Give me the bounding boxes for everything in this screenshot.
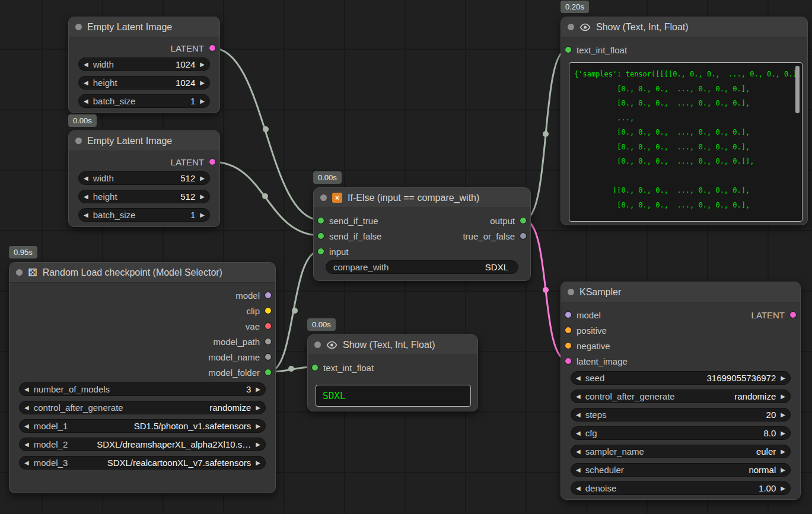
node-title-bar[interactable]: × If-Else (input == compare_with)	[314, 188, 530, 208]
arrow-right-icon[interactable]: ▶	[781, 412, 785, 418]
widget-model-2[interactable]: ◀ model_2 SDXL/dreamshaperXL_alpha2Xl10.…	[19, 438, 266, 451]
latent-output-dot[interactable]	[790, 312, 796, 318]
arrow-right-icon[interactable]: ▶	[200, 80, 205, 86]
arrow-right-icon[interactable]: ▶	[256, 387, 260, 392]
arrow-left-icon[interactable]: ◀	[576, 394, 581, 400]
widget-width[interactable]: ◀ width 1024 ▶	[78, 58, 210, 71]
arrow-right-icon[interactable]: ▶	[781, 486, 785, 491]
widget-batch-size[interactable]: ◀ batch_size 1 ▶	[78, 208, 210, 222]
widget-denoise[interactable]: ◀ denoise 1.00 ▶	[571, 481, 791, 495]
arrow-right-icon[interactable]: ▶	[200, 98, 205, 104]
widget-number-of-models[interactable]: ◀ number_of_models 3 ▶	[19, 382, 266, 396]
negative-input-dot[interactable]	[565, 343, 571, 349]
show-text-area[interactable]: {'samples': tensor([[[[0., 0., 0., ..., …	[569, 62, 803, 222]
text-int-float-input-dot[interactable]	[312, 365, 318, 371]
widget-width[interactable]: ◀ width 512 ▶	[78, 171, 210, 185]
node-title-bar[interactable]: KSampler	[561, 282, 800, 302]
arrow-left-icon[interactable]: ◀	[24, 423, 29, 429]
collapse-dot[interactable]	[320, 194, 327, 201]
arrow-left-icon[interactable]: ◀	[84, 80, 88, 86]
arrow-left-icon[interactable]: ◀	[24, 460, 29, 466]
node-title-bar[interactable]: Empty Latent Image	[69, 131, 219, 151]
arrow-right-icon[interactable]: ▶	[781, 394, 785, 400]
input-input-dot[interactable]	[318, 248, 324, 254]
model-name-output-dot[interactable]	[265, 354, 271, 360]
arrow-left-icon[interactable]: ◀	[84, 212, 88, 218]
arrow-right-icon[interactable]: ▶	[781, 375, 785, 381]
arrow-left-icon[interactable]: ◀	[576, 486, 581, 491]
arrow-right-icon[interactable]: ▶	[256, 442, 260, 448]
widget-batch-size[interactable]: ◀ batch_size 1 ▶	[78, 94, 210, 108]
scrollbar-thumb[interactable]	[795, 66, 800, 113]
node-title-bar[interactable]: ⚄ Random Load checkpoint (Model Selector…	[9, 263, 275, 283]
arrow-right-icon[interactable]: ▶	[200, 212, 205, 218]
arrow-left-icon[interactable]: ◀	[84, 175, 88, 181]
arrow-right-icon[interactable]: ▶	[200, 175, 205, 181]
node-show-text-large[interactable]: Show (Text, Int, Float) text_int_float {…	[561, 17, 808, 225]
arrow-left-icon[interactable]: ◀	[576, 375, 581, 381]
arrow-left-icon[interactable]: ◀	[24, 387, 29, 392]
arrow-left-icon[interactable]: ◀	[576, 449, 581, 455]
collapse-dot[interactable]	[314, 341, 321, 348]
arrow-right-icon[interactable]: ▶	[200, 62, 205, 68]
send-if-false-input-dot[interactable]	[318, 233, 324, 239]
collapse-dot[interactable]	[568, 289, 574, 295]
arrow-right-icon[interactable]: ▶	[200, 194, 205, 200]
arrow-left-icon[interactable]: ◀	[24, 442, 29, 448]
model-output-dot[interactable]	[265, 292, 271, 298]
positive-input-dot[interactable]	[565, 327, 571, 333]
widget-height[interactable]: ◀ height 1024 ▶	[78, 76, 210, 90]
arrow-right-icon[interactable]: ▶	[256, 460, 260, 466]
send-if-true-input-dot[interactable]	[318, 218, 324, 224]
widget-steps[interactable]: ◀ steps 20 ▶	[571, 408, 791, 422]
node-show-text-small[interactable]: Show (Text, Int, Float) text_int_float S…	[307, 334, 478, 411]
clip-output-dot[interactable]	[265, 308, 271, 314]
arrow-left-icon[interactable]: ◀	[576, 467, 581, 473]
vae-output-dot[interactable]	[265, 323, 271, 329]
node-random-load-checkpoint[interactable]: ⚄ Random Load checkpoint (Model Selector…	[9, 262, 276, 493]
arrow-left-icon[interactable]: ◀	[24, 405, 29, 411]
arrow-right-icon[interactable]: ▶	[256, 405, 260, 411]
model-folder-output-dot[interactable]	[265, 369, 271, 375]
widget-model-1[interactable]: ◀ model_1 SD1.5/photon_v1.safetensors ▶	[19, 419, 266, 433]
collapse-dot[interactable]	[16, 269, 23, 276]
latent-output-dot[interactable]	[209, 45, 215, 51]
output-output-dot[interactable]	[520, 218, 526, 224]
node-graph-canvas[interactable]: 0.00s 0.95s 0.00s 0.00s 0.20s Empty Late…	[0, 0, 812, 514]
true-or-false-output-dot[interactable]	[520, 233, 526, 239]
collapse-dot[interactable]	[75, 138, 82, 144]
arrow-right-icon[interactable]: ▶	[256, 423, 260, 429]
show-text-area[interactable]: SDXL	[316, 385, 471, 407]
arrow-left-icon[interactable]: ◀	[84, 194, 88, 200]
node-ksampler[interactable]: KSampler model positive negative lat	[561, 282, 801, 500]
widget-model-3[interactable]: ◀ model_3 SDXL/realcartoonXL_v7.safetens…	[19, 456, 266, 470]
arrow-right-icon[interactable]: ▶	[781, 430, 785, 436]
latent-image-input-dot[interactable]	[565, 358, 571, 364]
node-title-bar[interactable]: Show (Text, Int, Float)	[561, 17, 807, 37]
node-empty-latent-image-1[interactable]: Empty Latent Image LATENT ◀ width 1024 ▶…	[68, 17, 220, 113]
model-input-dot[interactable]	[565, 312, 571, 318]
node-title-bar[interactable]: Show (Text, Int, Float)	[308, 335, 477, 355]
widget-sampler-name[interactable]: ◀ sampler_name euler ▶	[571, 445, 791, 458]
widget-height[interactable]: ◀ height 512 ▶	[78, 190, 210, 203]
node-title-bar[interactable]: Empty Latent Image	[69, 17, 219, 37]
arrow-left-icon[interactable]: ◀	[576, 430, 581, 436]
collapse-dot[interactable]	[568, 24, 574, 30]
latent-output-dot[interactable]	[209, 159, 215, 165]
text-int-float-input-dot[interactable]	[565, 47, 571, 53]
widget-compare-with[interactable]: compare_with SDXL	[326, 260, 518, 274]
widget-control-after-generate[interactable]: ◀ control_after_generate randomize ▶	[571, 390, 791, 403]
widget-cfg[interactable]: ◀ cfg 8.0 ▶	[571, 426, 791, 440]
collapse-dot[interactable]	[75, 24, 82, 30]
arrow-right-icon[interactable]: ▶	[781, 467, 785, 473]
arrow-left-icon[interactable]: ◀	[576, 412, 581, 418]
node-empty-latent-image-2[interactable]: Empty Latent Image LATENT ◀ width 512 ▶ …	[68, 130, 220, 227]
widget-scheduler[interactable]: ◀ scheduler normal ▶	[571, 463, 791, 477]
node-if-else[interactable]: × If-Else (input == compare_with) send_i…	[313, 187, 531, 281]
model-path-output-dot[interactable]	[265, 339, 271, 344]
arrow-left-icon[interactable]: ◀	[84, 62, 88, 68]
widget-control-after-generate[interactable]: ◀ control_after_generate randomize ▶	[19, 401, 266, 414]
widget-seed[interactable]: ◀ seed 31699055736972 ▶	[571, 371, 791, 385]
arrow-right-icon[interactable]: ▶	[781, 449, 785, 455]
arrow-left-icon[interactable]: ◀	[84, 98, 88, 104]
